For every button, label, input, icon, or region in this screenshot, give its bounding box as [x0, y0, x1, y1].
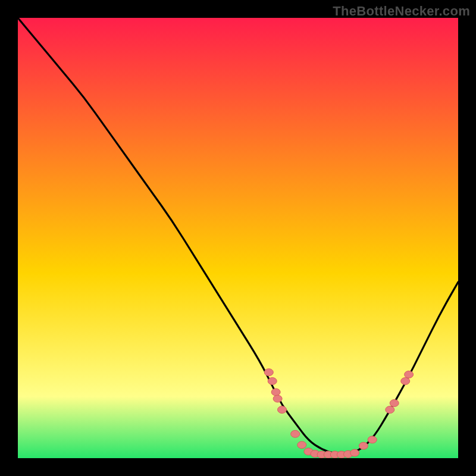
chart-frame	[18, 18, 458, 458]
data-marker	[390, 400, 399, 407]
data-marker	[268, 378, 277, 385]
watermark-text: TheBottleNecker.com	[333, 4, 470, 19]
data-marker	[298, 441, 306, 449]
data-marker	[386, 406, 394, 414]
data-marker	[405, 371, 414, 378]
data-marker	[271, 389, 280, 396]
data-marker	[264, 369, 273, 376]
plot-background	[18, 18, 458, 458]
data-marker	[359, 442, 368, 449]
data-marker	[291, 430, 300, 437]
data-marker	[368, 436, 377, 443]
bottleneck-chart	[18, 18, 458, 458]
data-marker	[350, 449, 359, 456]
data-marker	[401, 378, 410, 385]
data-marker	[278, 406, 287, 414]
data-marker	[273, 395, 282, 402]
